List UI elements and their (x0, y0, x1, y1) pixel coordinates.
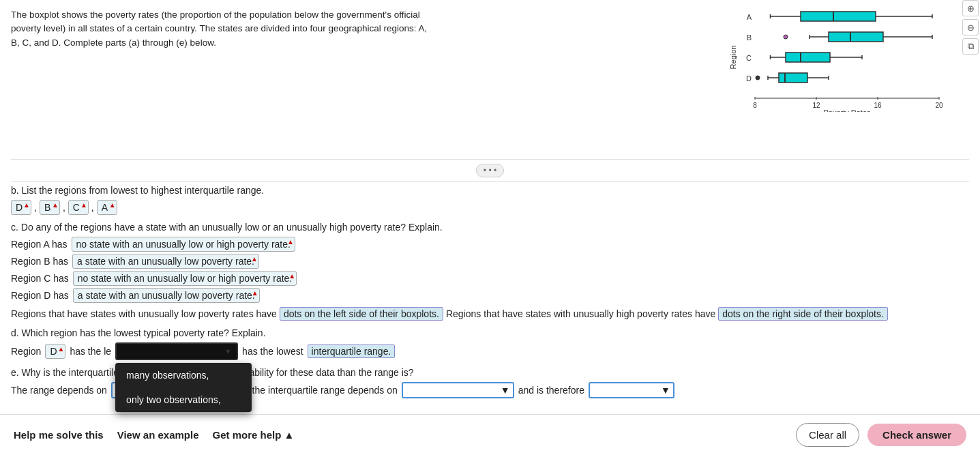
check-answer-button[interactable]: Check answer (867, 424, 966, 446)
part-e-dropdown2[interactable]: many observations, only two observations… (402, 382, 514, 398)
region-tag-a-label: A (102, 202, 108, 213)
sentence2-highlight: dots on the right side of their boxplots… (718, 307, 888, 321)
region-d-line: Region D has a state with an unusually l… (11, 288, 969, 303)
svg-text:Region: Region (729, 46, 737, 70)
divider: • • • (11, 159, 969, 182)
sentence2-pre: Regions that have states with unusually … (446, 308, 715, 319)
region-a-line: Region A has no state with an unusually … (11, 237, 969, 252)
part-d-mid1: has the le (70, 346, 111, 357)
sentence1-highlight: dots on the left side of their boxplots. (280, 307, 443, 321)
bottom-bar-right: Clear all Check answer (796, 423, 966, 447)
region-d-answer[interactable]: a state with an unusually low poverty ra… (73, 288, 260, 303)
region-tag-d-arrow: ▲ (23, 201, 30, 209)
svg-text:D: D (746, 74, 752, 83)
part-d-popup: many observations, only two observations… (115, 363, 252, 412)
svg-text:C: C (746, 54, 752, 62)
external-link-button[interactable]: ⧉ (962, 38, 979, 55)
part-c-sentence1: Regions that have states with unusually … (11, 307, 969, 321)
divider-dots: • • • (476, 164, 504, 177)
part-e-select3[interactable]: more resistant less resistant (593, 385, 661, 396)
svg-text:A: A (747, 13, 752, 21)
zoom-out-button[interactable]: ⊖ (962, 19, 979, 35)
part-e-dropdown3[interactable]: more resistant less resistant ▼ (589, 382, 674, 398)
region-b-arrow: ▲ (251, 255, 258, 263)
svg-text:20: 20 (935, 102, 943, 109)
svg-text:Poverty Rates: Poverty Rates (823, 108, 871, 112)
region-d-arrow: ▲ (252, 289, 258, 297)
region-a-answer[interactable]: no state with an unusually low or high p… (72, 237, 295, 252)
get-more-help-label: Get more help (213, 429, 282, 441)
part-d-dropdown-selected (121, 346, 223, 357)
region-d-tag-arrow: ▲ (57, 345, 64, 353)
region-c-pre: Region C has (11, 273, 69, 284)
part-d-section: d. Which region has the lowest typical p… (11, 327, 969, 360)
region-c-answer-text: no state with an unusually low or high p… (78, 273, 292, 284)
bottom-bar-left: Help me solve this View an example Get m… (14, 429, 782, 441)
help-me-solve-button[interactable]: Help me solve this (14, 429, 104, 441)
boxplot-chart: A B C D Region 8 12 16 20 (728, 3, 960, 115)
svg-text:16: 16 (874, 102, 882, 109)
part-e-pre: The range depends on (11, 385, 107, 396)
part-d-highlight: interquartile range. (308, 344, 396, 358)
region-a-arrow: ▲ (287, 238, 294, 246)
part-b-answer-row: D ▲ , B ▲ , C ▲ , A ▲ (11, 200, 969, 215)
region-tag-b-arrow: ▲ (52, 201, 59, 209)
region-c-arrow: ▲ (288, 272, 295, 280)
svg-rect-17 (801, 12, 876, 21)
part-b-section: b. List the regions from lowest to highe… (11, 185, 969, 215)
bottom-bar: Help me solve this View an example Get m… (0, 414, 980, 455)
chart-svg: A B C D Region 8 12 16 20 (728, 3, 946, 112)
region-tag-b-label: B (44, 202, 50, 213)
svg-rect-30 (786, 53, 830, 62)
popup-item-many[interactable]: many observations, (115, 363, 252, 387)
region-c-line: Region C has no state with an unusually … (11, 271, 969, 286)
region-b-pre: Region B has (11, 256, 68, 267)
region-d-tag[interactable]: D ▲ (45, 344, 65, 359)
region-tag-a-arrow: ▲ (109, 201, 116, 209)
get-more-help-button[interactable]: Get more help ▲ (213, 429, 295, 441)
chart-tools: ⊕ ⊖ ⧉ (962, 0, 979, 55)
part-d-dropdown-arrow: ▼ (224, 347, 232, 355)
comma1: , (34, 202, 37, 213)
region-d-answer-text: a state with an unusually low poverty ra… (78, 290, 255, 301)
svg-point-34 (756, 76, 760, 80)
svg-text:12: 12 (812, 102, 820, 109)
part-c-section: c. Do any of the regions have a state wi… (11, 222, 969, 321)
part-d-mid2: has the lowest (242, 346, 303, 357)
comma3: , (91, 202, 94, 213)
part-d-label: d. Which region has the lowest typical p… (11, 327, 969, 338)
part-e-select2[interactable]: many observations, only two observations… (406, 385, 501, 396)
part-d-answer-row: Region D ▲ has the le ▼ many observation… (11, 342, 969, 360)
part-e-mid: while the interquartile range depends on (228, 385, 398, 396)
part-e-select2-arrow: ▼ (501, 385, 510, 396)
problem-description: The boxplot shows the poverty rates (the… (11, 8, 434, 50)
region-c-answer[interactable]: no state with an unusually low or high p… (73, 271, 297, 286)
region-tag-c[interactable]: C ▲ (68, 200, 89, 215)
region-tag-d[interactable]: D ▲ (11, 200, 31, 215)
region-tag-a[interactable]: A ▲ (97, 200, 117, 215)
part-d-dropdown-container: ▼ many observations, only two observatio… (115, 342, 238, 360)
comma2: , (63, 202, 65, 213)
get-more-help-icon: ▲ (284, 429, 294, 441)
region-a-pre: Region A has (11, 239, 68, 250)
part-b-label: b. List the regions from lowest to highe… (11, 185, 969, 196)
sentence1-pre: Regions that have states with unusually … (11, 308, 277, 319)
part-e-post: and is therefore (518, 385, 584, 396)
part-c-label: c. Do any of the regions have a state wi… (11, 222, 969, 233)
svg-text:B: B (747, 33, 752, 42)
region-tag-d-label: D (16, 202, 23, 213)
view-example-button[interactable]: View an example (117, 429, 199, 441)
svg-point-21 (784, 35, 788, 39)
region-tag-c-arrow: ▲ (80, 201, 87, 209)
chart-area: A B C D Region 8 12 16 20 (728, 0, 960, 115)
zoom-in-button[interactable]: ⊕ (962, 0, 979, 16)
part-e-select3-arrow: ▼ (661, 385, 670, 396)
region-d-tag-label: D (50, 346, 57, 357)
part-d-dropdown[interactable]: ▼ (115, 342, 238, 360)
region-tag-b[interactable]: B ▲ (40, 200, 60, 215)
region-b-answer[interactable]: a state with an unusually low poverty ra… (72, 254, 259, 269)
region-d-pre: Region D has (11, 290, 69, 301)
svg-text:8: 8 (753, 102, 757, 109)
clear-all-button[interactable]: Clear all (796, 423, 859, 447)
popup-item-two[interactable]: only two observations, (115, 387, 252, 412)
